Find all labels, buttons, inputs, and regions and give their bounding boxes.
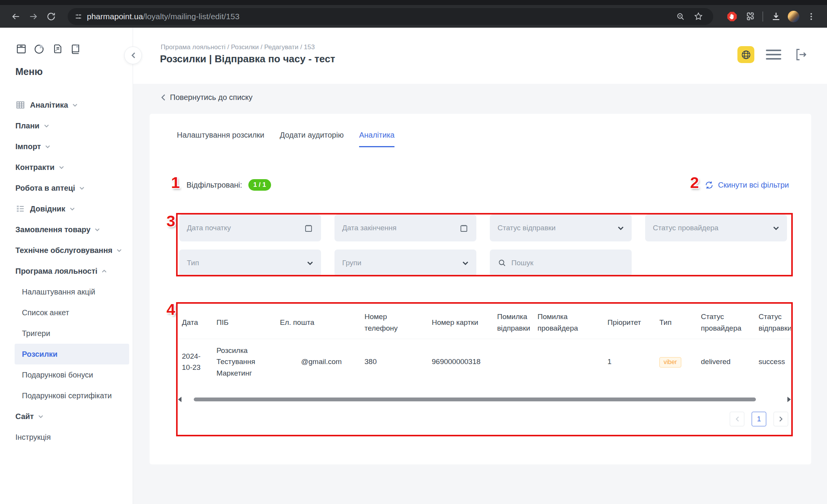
cell-type: viber xyxy=(656,353,697,371)
tab-analytics[interactable]: Аналітика xyxy=(359,131,394,147)
annotation-number-3: 3 xyxy=(166,212,175,230)
document-icon[interactable] xyxy=(52,43,63,55)
app-root: Меню Аналітика Плани Імпорт Контракти Ро… xyxy=(0,28,827,504)
filter-groups-select[interactable]: Групи xyxy=(334,250,476,276)
sidebar-item-maintenance[interactable]: Технічне обслуговування xyxy=(0,240,133,261)
filter-provider-status-select[interactable]: Статус провайдера xyxy=(645,215,787,241)
column-header: Помилка відправки xyxy=(493,308,534,337)
adblock-extension-button[interactable] xyxy=(725,10,739,23)
sidebar-item-mailings[interactable]: Розсилки xyxy=(0,344,133,364)
chevron-down-icon xyxy=(116,249,122,252)
cell-send-error xyxy=(493,359,534,365)
zoom-page-button[interactable] xyxy=(674,10,687,23)
cell-name: Розсилка Тестування Маркетинг xyxy=(213,342,276,382)
annotation-number-1: 1 xyxy=(171,174,180,192)
tab-add-audience[interactable]: Додати аудиторію xyxy=(280,131,344,147)
current-page-button[interactable]: 1 xyxy=(752,412,766,426)
language-button[interactable] xyxy=(737,46,754,63)
sidebar-item-promo-settings[interactable]: Налаштування акцій xyxy=(0,281,133,302)
scroll-left-arrow[interactable] xyxy=(178,397,181,402)
filter-send-status-select[interactable]: Статус відправки xyxy=(490,215,632,241)
book-icon[interactable] xyxy=(70,43,81,55)
bookmark-button[interactable] xyxy=(692,10,705,23)
search-field[interactable] xyxy=(490,250,632,276)
column-header: Статус відправки xyxy=(755,308,791,337)
calendar-icon xyxy=(459,223,469,233)
main-area: Програма лояльності / Розсилки / Редагув… xyxy=(133,28,827,504)
chevron-left-icon xyxy=(161,94,166,101)
sidebar-item-gift-bonuses[interactable]: Подарункові бонуси xyxy=(0,364,133,385)
sidebar-item-contracts[interactable]: Контракти xyxy=(0,157,133,178)
toolbar-divider xyxy=(762,12,763,22)
address-bar[interactable]: pharmapoint.ua/loyalty/mailing-list/edit… xyxy=(68,8,713,25)
cell-priority: 1 xyxy=(604,353,656,370)
sidebar-item-import[interactable]: Імпорт xyxy=(0,136,133,157)
sidebar-item-questionnaire-list[interactable]: Список анкет xyxy=(0,302,133,323)
sidebar-item-analytics[interactable]: Аналітика xyxy=(0,95,133,115)
forward-button[interactable] xyxy=(27,10,40,23)
table-row: 2024-10-23 Розсилка Тестування Маркетинг… xyxy=(178,339,791,384)
reset-filters-link[interactable]: Скинути всі фільтри xyxy=(704,180,789,190)
breadcrumb: Програма лояльності / Розсилки / Редагув… xyxy=(161,43,315,51)
url-path: /loyalty/mailing-list/edit/153 xyxy=(143,12,240,21)
chevron-down-icon xyxy=(79,186,85,190)
chevron-left-icon xyxy=(130,52,136,59)
chevron-up-icon xyxy=(102,269,107,273)
column-header: Помилка провайдера xyxy=(534,308,604,337)
chevron-down-icon xyxy=(59,166,64,169)
scroll-right-arrow[interactable] xyxy=(787,397,791,402)
grid-icon xyxy=(15,100,25,110)
analytics-table: Дата ПІБ Ел. пошта Номер телефону Номер … xyxy=(178,306,791,384)
viber-type-badge: viber xyxy=(659,357,681,368)
sidebar-item-plans[interactable]: Плани xyxy=(0,115,133,136)
logout-button[interactable] xyxy=(793,47,808,62)
cell-date: 2024-10-23 xyxy=(178,348,213,376)
scrollbar-thumb[interactable] xyxy=(194,398,756,401)
sidebar: Меню Аналітика Плани Імпорт Контракти Ро… xyxy=(0,28,133,504)
back-to-list-link[interactable]: Повернутись до списку xyxy=(161,93,253,102)
cell-provider-status: delivered xyxy=(697,353,755,370)
filtered-count-badge: 1 / 1 xyxy=(248,179,271,191)
back-button[interactable] xyxy=(9,10,22,23)
sidebar-item-directory[interactable]: Довідник xyxy=(0,198,133,219)
sidebar-item-site[interactable]: Сайт xyxy=(0,406,133,427)
page-header: Програма лояльності / Розсилки / Редагув… xyxy=(133,28,827,84)
filter-date-start[interactable]: Дата початку xyxy=(179,215,321,241)
profile-avatar[interactable] xyxy=(788,11,799,22)
sidebar-item-loyalty-program[interactable]: Програма лояльності xyxy=(0,261,133,281)
filter-date-end[interactable]: Дата закінчення xyxy=(334,215,476,241)
sidebar-item-goods-order[interactable]: Замовлення товару xyxy=(0,219,133,240)
scrollbar-track[interactable] xyxy=(184,397,785,402)
reload-button[interactable] xyxy=(45,10,58,23)
pie-chart-icon[interactable] xyxy=(33,43,45,55)
browser-chrome: pharmapoint.ua/loyalty/mailing-list/edit… xyxy=(0,0,827,28)
chevron-down-icon xyxy=(617,226,624,230)
globe-icon xyxy=(741,50,751,60)
header-menu-button[interactable] xyxy=(766,50,781,60)
menu-title: Меню xyxy=(15,66,43,77)
next-page-button[interactable] xyxy=(774,412,788,426)
sidebar-nav: Аналітика Плани Імпорт Контракти Робота … xyxy=(0,95,133,447)
sidebar-item-instruction[interactable]: Інструкція xyxy=(0,427,133,447)
search-input[interactable] xyxy=(511,259,624,267)
filter-type-select[interactable]: Тип xyxy=(179,250,321,276)
extensions-button[interactable] xyxy=(743,10,756,23)
browser-menu-button[interactable] xyxy=(805,10,818,23)
column-header: Пріоритет xyxy=(604,314,656,331)
url-domain: pharmapoint.ua xyxy=(87,12,143,21)
tab-mailing-settings[interactable]: Налаштування розсилки xyxy=(177,131,265,147)
sidebar-collapse-button[interactable] xyxy=(124,47,142,64)
prev-page-button[interactable] xyxy=(730,412,744,426)
sidebar-item-gift-certificates[interactable]: Подарункові сертифікати xyxy=(0,385,133,406)
archive-icon[interactable] xyxy=(15,43,27,55)
filtered-label: Відфільтровані: xyxy=(186,181,242,190)
window-top-strip xyxy=(0,0,827,5)
downloads-button[interactable] xyxy=(769,10,782,23)
chevron-left-icon xyxy=(735,416,740,422)
sidebar-item-triggers[interactable]: Тригери xyxy=(0,323,133,344)
content-card: Налаштування розсилки Додати аудиторію А… xyxy=(150,114,811,464)
sidebar-item-pharmacy-work[interactable]: Робота в аптеці xyxy=(0,178,133,198)
chevron-down-icon xyxy=(95,228,100,231)
chevron-down-icon xyxy=(307,261,313,265)
site-settings-icon[interactable] xyxy=(74,12,83,21)
